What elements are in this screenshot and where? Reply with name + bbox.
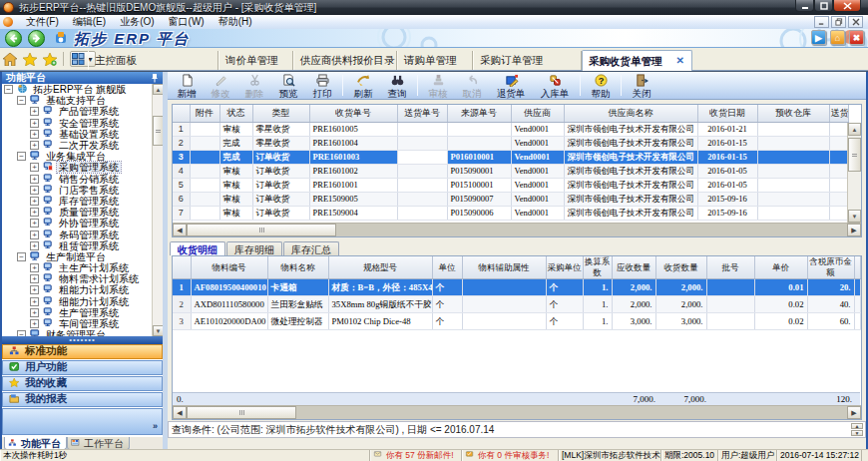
column-header[interactable]: 单价 [754,256,807,279]
mdi-close-button[interactable] [848,16,863,28]
table-row[interactable]: 1审核零星收货PRE1601005Vend0001深圳市领创电子技术开发有限公司… [173,122,848,136]
scroll-left-icon[interactable]: ◀ [173,224,187,236]
collapse-icon[interactable]: − [17,96,26,105]
expand-icon[interactable]: + [30,285,39,294]
tree-item[interactable]: +外协管理系统 [2,218,152,229]
nav-tab-2[interactable]: 询价单管理 [218,51,293,70]
mdi-restore-button[interactable] [831,16,846,28]
tree-item[interactable]: +产品管理系统 [2,106,152,117]
nav-tab-5[interactable]: 采购订单管理 [473,51,582,70]
scroll-right-icon[interactable]: ▶ [847,406,861,419]
expand-icon[interactable]: + [30,197,39,206]
favorite-star-icon[interactable] [23,52,37,66]
table-row[interactable]: 6审核订单收货PRE1509005P015090007Vend0001深圳市领创… [173,192,848,206]
expand-icon[interactable]: + [30,141,39,150]
menu-item-5[interactable]: 帮助(H) [212,16,259,27]
toolbar-binoculars-button[interactable]: 查询 [380,72,414,99]
column-header[interactable]: 物料名称 [267,256,328,279]
tree-item[interactable]: +条码管理系统 [2,229,152,239]
scroll-up-icon[interactable]: ▲ [848,123,861,136]
scroll-down-icon[interactable]: ▼ [848,210,861,223]
collapse-icon[interactable]: − [17,252,26,261]
toolbar-return-doc-button[interactable]: 退货单 [489,72,533,99]
close-button[interactable] [833,0,861,12]
detail-grid-hscrollbar[interactable]: ◀ ▶ [173,405,861,419]
column-header[interactable]: 类型 [252,105,309,122]
table-row[interactable]: 7审核订单收货PRE1509004P015090006Vend0001深圳市领创… [173,206,848,220]
detail-tab-1[interactable]: 收货明细 [170,241,225,255]
nav-tab-6[interactable]: 采购收货单管理✕ [582,50,692,71]
tree-item[interactable]: +门店零售系统 [2,185,152,196]
expand-icon[interactable]: + [30,230,39,239]
expand-icon[interactable]: + [30,274,39,283]
scrollbar-thumb[interactable] [187,224,336,236]
nav-tab-1[interactable]: 主控面板 [88,51,218,70]
collapse-icon[interactable]: − [17,330,26,336]
minimize-button[interactable] [795,0,814,12]
table-row[interactable]: 4审核订单收货PRE1601002P015090001Vend0001深圳市领创… [173,164,848,178]
column-header[interactable]: 应收数量 [612,256,655,279]
expand-icon[interactable]: + [30,130,39,139]
expand-icon[interactable]: + [30,297,39,306]
shortcut-4[interactable]: 我的报表 [2,392,163,407]
toolbar-new-doc-button[interactable]: 新增 [170,72,204,99]
spin-up-icon[interactable]: ▲ [851,423,863,429]
scrollbar-thumb[interactable] [848,138,861,172]
tree-item[interactable]: +主生产计划系统 [2,262,152,273]
expand-icon[interactable]: + [30,175,39,184]
column-header[interactable]: 含税原币金额 [807,256,854,279]
expand-icon[interactable]: + [30,186,39,195]
tree-item[interactable]: +租赁管理系统 [2,240,152,251]
shortcut-1[interactable]: 标准功能 [2,344,163,359]
column-header[interactable]: 供应商 [511,105,564,122]
toolbar-printer-button[interactable]: 打印 [305,72,339,99]
tree-item[interactable]: +物料需求计划系统 [2,273,152,284]
tree-item[interactable]: +采购管理系统 [2,162,152,173]
column-header[interactable]: 收货数量 [655,256,706,279]
toolbar-preview-button[interactable]: 预览 [271,72,305,99]
table-row[interactable]: 3完成订单收货PRE1601003P016010001Vend0001深圳市领创… [173,150,848,164]
expand-icon[interactable]: + [30,163,39,172]
detail-tab-3[interactable]: 库存汇总 [283,241,339,255]
run-button[interactable]: ▶ [811,30,826,45]
expand-icon[interactable]: + [30,241,39,250]
table-row[interactable]: 1AF08019500400010卡通箱材质：B=B，外径：485X455X个个… [173,279,860,296]
tree-item[interactable]: +二次开发系统 [2,140,152,151]
pin-icon[interactable] [151,73,160,83]
toolbar-close-door-button[interactable]: 关闭 [625,72,658,99]
column-header[interactable]: 供应商名称 [564,105,697,122]
column-header[interactable]: 来源单号 [447,105,511,122]
mdi-minimize-button[interactable] [814,16,829,28]
sidebar-splitter[interactable]: ••••••• [2,336,163,344]
column-header[interactable]: 送货单位 [829,105,848,122]
column-header[interactable]: 收货日期 [697,105,757,122]
expand-icon[interactable]: + [30,263,39,272]
tree-item[interactable]: −基础支持平台 [2,95,152,106]
collapse-icon[interactable]: − [17,152,26,161]
tree-item[interactable]: +销售分销系统 [2,174,152,185]
column-header[interactable]: 预收仓库 [757,105,829,122]
column-header[interactable] [173,105,190,122]
chevron-more-icon[interactable]: » [153,421,158,431]
column-header[interactable]: 物料辅助属性 [462,256,546,279]
home-icon[interactable] [3,52,17,66]
home-shortcut-button[interactable]: ⌂ [830,30,845,45]
column-header[interactable]: 物料编号 [191,256,267,279]
nav-tab-4[interactable]: 请购单管理 [397,51,473,70]
tab-close-icon[interactable]: ✕ [676,56,684,66]
tree-item[interactable]: −业务集成平台 [2,151,152,162]
column-header[interactable] [854,256,860,279]
menu-item-2[interactable]: 编辑(E) [66,16,113,27]
tree-item[interactable]: +质量管理系统 [2,207,152,218]
tree-item[interactable]: +基础设置系统 [2,129,152,140]
collapse-icon[interactable]: − [4,85,13,94]
table-row[interactable]: 5审核订单收货PRE1601001P015100001Vend0001深圳市领创… [173,178,848,192]
nav-tab-3[interactable]: 供应商供料报价目录 [293,51,397,70]
receipt-grid-hscrollbar[interactable]: ◀ ▶ [173,223,861,236]
shortcut-3[interactable]: 我的收藏 [2,376,163,391]
toolbar-refresh-brush-button[interactable]: 刷新 [346,72,380,99]
detail-tab-2[interactable]: 库存明细 [226,241,282,255]
tree-item[interactable]: +生产管理系统 [2,307,152,318]
back-button[interactable] [5,30,22,47]
maximize-button[interactable] [814,0,833,12]
